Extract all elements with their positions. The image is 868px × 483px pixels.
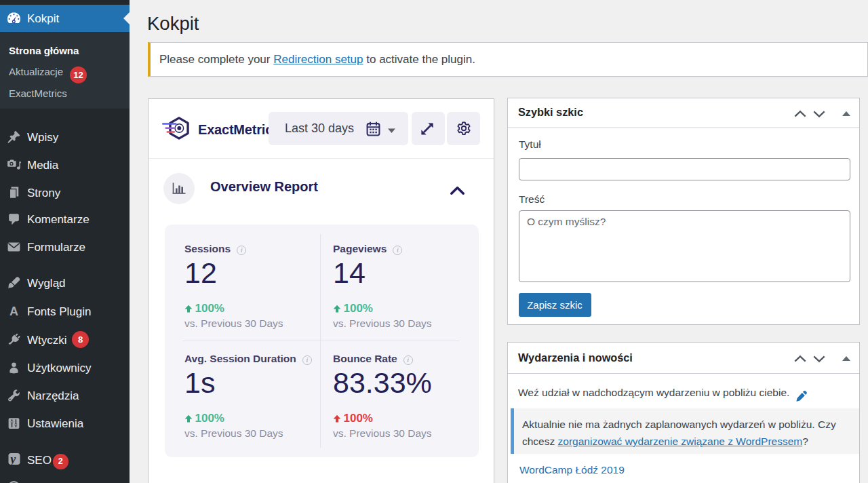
svg-text:y: y [9, 452, 16, 466]
